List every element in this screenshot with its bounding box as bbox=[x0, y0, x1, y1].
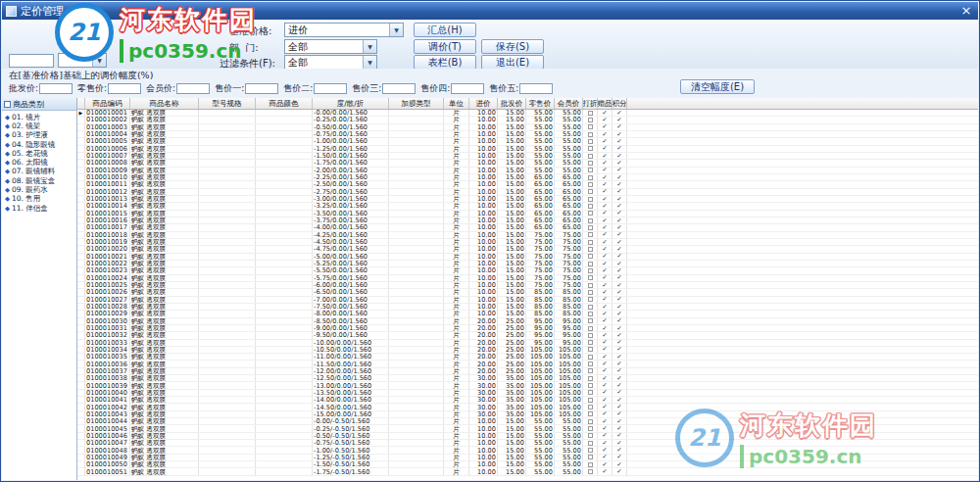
cell-gift-checkbox[interactable]: ✓ bbox=[598, 153, 612, 159]
table-row[interactable]: 0100010027蚂蚁 透双膜-7.00/0.00/1.560片10.0015… bbox=[77, 297, 978, 304]
cell-points-checkbox[interactable]: ✓ bbox=[612, 411, 627, 417]
columns-button[interactable]: 表栏(B) bbox=[414, 55, 476, 70]
table-row[interactable]: 0100010010蚂蚁 透双膜-2.25/0.00/1.560片10.0015… bbox=[77, 174, 978, 181]
table-row[interactable]: 0100010037蚂蚁 透双膜-12.00/0.00/1.560片20.002… bbox=[77, 368, 978, 375]
cell-points-checkbox[interactable]: ✓ bbox=[612, 110, 627, 116]
exit-button[interactable]: 退出(E) bbox=[481, 55, 544, 70]
cell-points-checkbox[interactable]: ✓ bbox=[612, 468, 627, 474]
cell-gift-checkbox[interactable]: ✓ bbox=[598, 217, 612, 223]
cell-points-checkbox[interactable]: ✓ bbox=[612, 168, 627, 173]
cell-gift-checkbox[interactable]: ✓ bbox=[598, 361, 612, 366]
table-row[interactable]: 0100010044蚂蚁 透双膜-0.00/-0.50/1.560片10.001… bbox=[77, 418, 978, 425]
tree-item-category[interactable]: ◆11. 伴侣盒 bbox=[2, 204, 76, 213]
table-row[interactable]: 0100010030蚂蚁 透双膜-8.50/0.00/1.560片20.0025… bbox=[77, 318, 978, 325]
table-row[interactable]: 0100010007蚂蚁 透双膜-1.50/0.00/1.560片10.0015… bbox=[77, 153, 978, 160]
grid-column-header[interactable]: 商品编码 bbox=[85, 98, 130, 109]
cell-discount-checkbox[interactable] bbox=[583, 447, 598, 453]
grid-column-header[interactable]: 打折 bbox=[583, 98, 598, 109]
cell-discount-checkbox[interactable] bbox=[583, 289, 598, 295]
save-button[interactable]: 保存(S) bbox=[481, 39, 544, 54]
tree-item-category[interactable]: ◆10. 售用 bbox=[2, 195, 76, 204]
cell-discount-checkbox[interactable] bbox=[583, 461, 598, 467]
table-row[interactable]: 0100010011蚂蚁 透双膜-2.50/0.00/1.560片10.0015… bbox=[77, 181, 978, 188]
cell-points-checkbox[interactable]: ✓ bbox=[612, 160, 627, 166]
cell-gift-checkbox[interactable]: ✓ bbox=[598, 110, 612, 116]
cell-gift-checkbox[interactable]: ✓ bbox=[598, 160, 612, 166]
cell-discount-checkbox[interactable] bbox=[583, 196, 598, 202]
table-row[interactable]: 0100010033蚂蚁 透双膜-10.00/0.00/1.560片20.002… bbox=[77, 340, 978, 347]
grid-column-header[interactable]: 加膜类型 bbox=[389, 98, 444, 109]
cell-discount-checkbox[interactable] bbox=[583, 411, 598, 417]
cell-discount-checkbox[interactable] bbox=[583, 211, 598, 217]
tree-item-category[interactable]: ◆06. 太阳镜 bbox=[2, 158, 76, 167]
table-row[interactable]: 0100010040蚂蚁 透双膜-13.50/0.00/1.560片30.003… bbox=[77, 390, 978, 397]
cell-gift-checkbox[interactable]: ✓ bbox=[598, 447, 612, 453]
cell-gift-checkbox[interactable]: ✓ bbox=[598, 211, 612, 217]
cell-gift-checkbox[interactable]: ✓ bbox=[598, 325, 612, 331]
cell-points-checkbox[interactable]: ✓ bbox=[612, 461, 627, 467]
cell-discount-checkbox[interactable] bbox=[583, 224, 598, 230]
cell-points-checkbox[interactable]: ✓ bbox=[612, 217, 627, 223]
cell-gift-checkbox[interactable]: ✓ bbox=[598, 368, 612, 374]
cell-points-checkbox[interactable]: ✓ bbox=[612, 297, 627, 303]
cell-discount-checkbox[interactable] bbox=[583, 160, 598, 166]
table-row[interactable]: 0100010050蚂蚁 透双膜-1.50/-0.50/1.560片10.001… bbox=[77, 461, 978, 468]
adjust-field-input[interactable] bbox=[519, 83, 553, 94]
table-row[interactable]: 0100010006蚂蚁 透双膜-1.25/0.00/1.560片10.0015… bbox=[77, 146, 978, 153]
adjust-field-input[interactable] bbox=[451, 83, 484, 94]
cell-gift-checkbox[interactable]: ✓ bbox=[598, 181, 612, 187]
table-row[interactable]: 0100010008蚂蚁 透双膜-1.75/0.00/1.560片10.0015… bbox=[77, 160, 978, 167]
cell-gift-checkbox[interactable]: ✓ bbox=[598, 304, 612, 310]
adjust-field-input[interactable] bbox=[176, 83, 210, 94]
grid-column-header[interactable]: 会员价 bbox=[555, 98, 583, 109]
table-row[interactable]: 0100010021蚂蚁 透双膜-5.00/0.00/1.560片10.0015… bbox=[77, 254, 978, 261]
toolbar-combo-left[interactable]: ▼ bbox=[58, 53, 107, 68]
cell-gift-checkbox[interactable]: ✓ bbox=[598, 239, 612, 245]
cell-discount-checkbox[interactable] bbox=[583, 239, 598, 245]
table-row[interactable]: 0100010025蚂蚁 透双膜-6.00/0.00/1.560片10.0015… bbox=[77, 282, 978, 289]
table-row[interactable]: 0100010038蚂蚁 透双膜-12.50/0.00/1.560片30.003… bbox=[77, 375, 978, 382]
cell-discount-checkbox[interactable] bbox=[583, 232, 598, 238]
cell-discount-checkbox[interactable] bbox=[583, 340, 598, 346]
cell-discount-checkbox[interactable] bbox=[583, 418, 598, 424]
adjust-field-input[interactable] bbox=[382, 83, 416, 94]
dept-combo[interactable]: 全部 ▼ bbox=[284, 39, 377, 54]
cell-discount-checkbox[interactable] bbox=[583, 254, 598, 260]
table-row[interactable]: 0100010002蚂蚁 透双膜-0.25/0.00/1.560片10.0015… bbox=[77, 117, 978, 123]
cell-discount-checkbox[interactable] bbox=[583, 168, 598, 173]
cell-points-checkbox[interactable]: ✓ bbox=[612, 196, 627, 202]
cell-points-checkbox[interactable]: ✓ bbox=[612, 275, 627, 281]
cell-points-checkbox[interactable]: ✓ bbox=[612, 261, 627, 266]
cell-discount-checkbox[interactable] bbox=[583, 455, 598, 460]
cell-gift-checkbox[interactable]: ✓ bbox=[598, 297, 612, 303]
adjust-field-input[interactable] bbox=[39, 83, 73, 94]
toolbar-input-left[interactable] bbox=[9, 54, 54, 68]
table-row[interactable]: 0100010015蚂蚁 透双膜-3.50/0.00/1.560片10.0015… bbox=[77, 211, 978, 217]
cell-discount-checkbox[interactable] bbox=[583, 267, 598, 273]
cell-gift-checkbox[interactable]: ✓ bbox=[598, 425, 612, 431]
table-row[interactable]: 0100010036蚂蚁 透双膜-11.50/0.00/1.560片20.002… bbox=[77, 361, 978, 367]
table-row[interactable]: 0100010029蚂蚁 透双膜-8.00/0.00/1.560片10.0015… bbox=[77, 311, 978, 317]
cell-gift-checkbox[interactable]: ✓ bbox=[598, 397, 612, 403]
grid-column-header[interactable]: 赠品 bbox=[598, 98, 612, 109]
cell-points-checkbox[interactable]: ✓ bbox=[612, 254, 627, 260]
table-row[interactable]: 0100010018蚂蚁 透双膜-4.25/0.00/1.560片10.0015… bbox=[77, 232, 978, 239]
cell-discount-checkbox[interactable] bbox=[583, 390, 598, 396]
clear-range-button[interactable]: 清空幅度(E) bbox=[680, 79, 755, 94]
grid-column-header[interactable]: 零售价 bbox=[526, 98, 555, 109]
cell-gift-checkbox[interactable]: ✓ bbox=[598, 468, 612, 474]
cell-discount-checkbox[interactable] bbox=[583, 275, 598, 281]
filter-combo[interactable]: 全部 ▼ bbox=[284, 55, 377, 70]
cell-gift-checkbox[interactable]: ✓ bbox=[598, 411, 612, 417]
cell-gift-checkbox[interactable]: ✓ bbox=[598, 440, 612, 446]
tree-item-category[interactable]: ◆02. 镜架 bbox=[2, 121, 76, 130]
cell-points-checkbox[interactable]: ✓ bbox=[612, 174, 627, 180]
cell-points-checkbox[interactable]: ✓ bbox=[612, 455, 627, 460]
table-row[interactable]: 0100010003蚂蚁 透双膜-0.50/0.00/1.560片10.0015… bbox=[77, 124, 978, 131]
cell-gift-checkbox[interactable]: ✓ bbox=[598, 117, 612, 122]
cell-gift-checkbox[interactable]: ✓ bbox=[598, 347, 612, 353]
cell-discount-checkbox[interactable] bbox=[583, 382, 598, 388]
cell-points-checkbox[interactable]: ✓ bbox=[612, 390, 627, 396]
cell-gift-checkbox[interactable]: ✓ bbox=[598, 124, 612, 130]
table-row[interactable]: 0100010032蚂蚁 透双膜-9.50/0.00/1.560片20.0025… bbox=[77, 332, 978, 339]
